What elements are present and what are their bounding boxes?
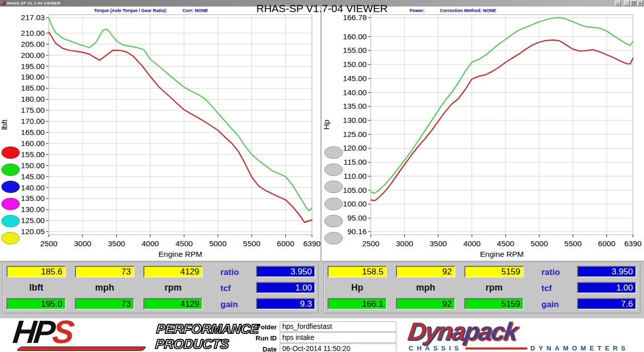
param-label-gain: gain (541, 300, 559, 310)
svg-text:145.00: 145.00 (343, 74, 367, 83)
run-info-table: Folder hps_fordfiestast Run ID hps intak… (236, 321, 396, 352)
svg-text:130.00: 130.00 (343, 116, 367, 124)
svg-text:2500: 2500 (362, 239, 380, 248)
cursor-value-yellow-mph: 73 (75, 266, 134, 277)
svg-text:155.00: 155.00 (21, 150, 45, 159)
svg-text:5000: 5000 (531, 239, 548, 248)
dynapack-logo: Dynapack CHASSIS DYNAMOMETERS (409, 319, 629, 352)
channel-button-1[interactable] (325, 147, 343, 159)
torque-chart[interactable]: 217.03210.00205.00200.00195.00190.00185.… (0, 7, 322, 261)
param-value-gain: 9.3 (256, 298, 315, 310)
svg-text:155.00: 155.00 (343, 46, 367, 54)
svg-text:125.00: 125.00 (21, 216, 45, 225)
svg-text:165.00: 165.00 (21, 128, 45, 136)
unit-label-mph: mph (396, 283, 455, 293)
cursor-value-green-rpm: 4129 (143, 298, 203, 310)
cursor-value-yellow-mph: 92 (396, 266, 455, 277)
param-label-ratio: ratio (220, 267, 239, 277)
hps-logo: HPS PERFORMANCE PRODUCTS (9, 320, 240, 352)
svg-text:120.05: 120.05 (21, 227, 45, 236)
svg-text:3500: 3500 (430, 239, 447, 248)
channel-button-1[interactable] (2, 147, 20, 159)
svg-text:90.16: 90.16 (347, 227, 367, 236)
svg-text:115.00: 115.00 (344, 158, 367, 166)
dynapack-dynamometers-label: DYNAMOMETERS (530, 344, 629, 352)
channel-button-5[interactable] (2, 215, 20, 227)
svg-text:2500: 2500 (40, 239, 58, 248)
channel-button-6[interactable] (325, 232, 343, 244)
date-label: Date (236, 345, 280, 352)
svg-text:5500: 5500 (565, 239, 582, 248)
unit-label-Hp: Hp (328, 283, 387, 293)
date-value: 06-Oct-2014 11:50:20 (280, 343, 396, 352)
svg-text:160.00: 160.00 (343, 32, 367, 41)
svg-text:205.00: 205.00 (21, 40, 45, 48)
dynapack-logo-word: Dynapack (407, 319, 631, 343)
svg-text:135.00: 135.00 (21, 194, 45, 202)
cursor-value-yellow-rpm: 4129 (143, 266, 203, 277)
svg-text:Engine RPM: Engine RPM (480, 250, 524, 258)
svg-text:210.00: 210.00 (21, 29, 45, 37)
svg-text:4000: 4000 (141, 239, 159, 248)
svg-text:6390: 6390 (624, 239, 642, 248)
svg-text:100.00: 100.00 (343, 199, 367, 208)
svg-text:3500: 3500 (108, 239, 125, 248)
footer: HPS PERFORMANCE PRODUCTS Folder hps_ford… (0, 315, 644, 352)
param-value-gain: 7.6 (577, 298, 636, 310)
svg-text:95.00: 95.00 (347, 214, 367, 222)
runid-label: Run ID (236, 334, 280, 342)
hps-logo-letters: HPS (11, 313, 73, 350)
cursor-value-green-lbft: 195.0 (7, 298, 66, 310)
svg-text:150.00: 150.00 (343, 60, 367, 68)
param-label-tcf: tcf (541, 284, 552, 294)
channel-button-3[interactable] (325, 181, 343, 193)
svg-text:185.00: 185.00 (21, 84, 45, 92)
svg-text:125.00: 125.00 (343, 130, 367, 138)
svg-text:lbft: lbft (0, 119, 9, 129)
folder-value: hps_fordfiestast (280, 321, 396, 332)
cursor-value-green-rpm: 5159 (464, 298, 524, 310)
param-label-ratio: ratio (541, 267, 560, 277)
channel-button-2[interactable] (325, 164, 343, 176)
svg-text:3000: 3000 (74, 239, 92, 248)
channel-button-4[interactable] (2, 198, 20, 210)
param-value-ratio: 3.950 (577, 266, 636, 277)
channel-button-4[interactable] (325, 198, 343, 210)
svg-text:180.00: 180.00 (21, 95, 45, 103)
dynapack-red-line (465, 347, 527, 349)
param-value-ratio: 3.950 (256, 266, 315, 277)
torque-readout-group: 185.6734129lbftmphrpm195.0734129ratio3.9… (3, 263, 318, 313)
svg-text:4000: 4000 (463, 239, 481, 248)
unit-label-rpm: rpm (143, 283, 203, 293)
svg-text:145.00: 145.00 (21, 172, 45, 181)
svg-text:200.00: 200.00 (21, 51, 45, 59)
dynapack-logo-subtitle: CHASSIS DYNAMOMETERS (409, 344, 629, 352)
hps-logo-swoosh (16, 346, 147, 351)
cursor-value-green-Hp: 166.1 (328, 298, 387, 310)
svg-text:4500: 4500 (176, 239, 193, 248)
unit-label-lbft: lbft (7, 283, 66, 293)
cursor-value-yellow-rpm: 5159 (464, 266, 524, 277)
svg-text:120.00: 120.00 (343, 144, 367, 152)
svg-text:110.00: 110.00 (344, 172, 367, 180)
channel-button-5[interactable] (325, 215, 343, 227)
svg-text:Engine RPM: Engine RPM (158, 250, 202, 258)
svg-text:130.00: 130.00 (21, 205, 45, 214)
svg-text:150.00: 150.00 (21, 161, 45, 170)
readout-strip: 185.6734129lbftmphrpm195.0734129ratio3.9… (0, 261, 644, 315)
channel-button-6[interactable] (2, 232, 20, 244)
svg-text:170.00: 170.00 (21, 117, 45, 125)
svg-text:4500: 4500 (497, 239, 515, 248)
unit-label-mph: mph (75, 283, 134, 293)
channel-button-2[interactable] (2, 164, 20, 176)
svg-text:6000: 6000 (598, 239, 616, 248)
channel-button-3[interactable] (2, 181, 20, 193)
cursor-value-green-mph: 92 (396, 298, 455, 310)
unit-label-rpm: rpm (464, 283, 524, 293)
power-chart[interactable]: 166.78160.00155.00150.00145.00140.00135.… (322, 7, 644, 261)
runid-value: hps intake (280, 332, 396, 343)
page-title: RHAS-SP V1.7-04 VIEWER (0, 3, 644, 15)
svg-text:140.00: 140.00 (21, 183, 45, 192)
dynapack-chassis-label: CHASSIS (409, 344, 462, 352)
cursor-value-yellow-Hp: 158.5 (328, 266, 387, 277)
